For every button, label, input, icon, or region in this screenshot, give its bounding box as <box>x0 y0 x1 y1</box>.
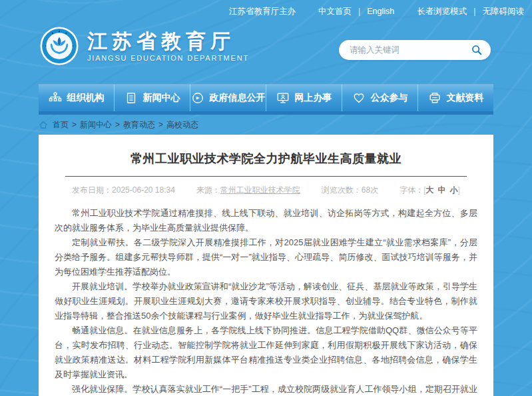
nav-label: 政府信息公开 <box>210 92 266 104</box>
org-chart-icon <box>49 91 62 105</box>
info-disclosure-icon <box>191 91 204 105</box>
english-link[interactable]: English <box>367 7 394 16</box>
nav-item-organization[interactable]: 组织机构 <box>39 85 114 111</box>
heart-icon <box>352 91 366 105</box>
font-large-button[interactable]: 大 <box>426 185 434 196</box>
nav-label: 组织机构 <box>67 92 105 104</box>
elder-mode-link[interactable]: 长者浏览模式 <box>417 6 467 17</box>
top-utility-bar: 江苏省教育厅主办 中文首页 | English 长者浏览模式 | 无障碍阅读 <box>0 0 532 23</box>
publish-date: 发布日期：2025-06-20 18:34 <box>72 185 175 196</box>
font-size-control: 字体：[大中小] <box>399 185 460 196</box>
breadcrumb-education-news[interactable]: 教育动态 <box>123 119 155 131</box>
chinese-home-link[interactable]: 中文首页 <box>318 6 352 17</box>
breadcrumb-news-center[interactable]: 新闻中心 <box>80 119 112 131</box>
site-subtitle: JIANGSU EDUCATION DEPARTMENT <box>87 54 249 62</box>
page: 江苏省教育厅主办 中文首页 | English 长者浏览模式 | 无障碍阅读 <box>0 0 532 396</box>
news-doc-icon <box>125 91 138 105</box>
view-count: 浏览次数：68次 <box>322 185 378 196</box>
source-link[interactable]: 常州工业职业技术学院 <box>220 185 300 195</box>
online-service-monitor-icon <box>276 91 290 105</box>
site-header: 江苏省教育厅 JIANGSU EDUCATION DEPARTMENT <box>0 23 532 84</box>
article-paragraph: 开展就业培训。学校举办就业政策宣讲和“就业沙龙”等活动，解读创业、征兵、基层就业… <box>55 279 477 323</box>
archive-printer-icon <box>428 91 441 105</box>
breadcrumb-separator: > <box>158 120 163 129</box>
nav-item-info-disclosure[interactable]: 政府信息公开 <box>190 85 266 111</box>
nav-label: 网上办事 <box>295 92 332 104</box>
nav-item-documents[interactable]: 文献资料 <box>417 85 493 111</box>
site-brand[interactable]: 江苏省教育厅 JIANGSU EDUCATION DEPARTMENT <box>40 27 249 65</box>
site-title: 江苏省教育厅 <box>87 30 249 52</box>
breadcrumb-university-news[interactable]: 高校动态 <box>166 119 198 131</box>
primary-nav: 组织机构 新闻中心 政府信息公开 <box>39 84 493 115</box>
article-paragraph: 定制就业帮扶。各二级学院深入开展精准摸排工作，对2025届就业困难学生建立“就业… <box>55 235 477 279</box>
title-divider <box>65 176 467 177</box>
nav-item-online-services[interactable]: 网上办事 <box>266 85 342 111</box>
search-box <box>339 40 491 60</box>
jiangsu-education-emblem-icon <box>40 27 79 65</box>
site-title-block: 江苏省教育厅 JIANGSU EDUCATION DEPARTMENT <box>87 30 249 62</box>
breadcrumb-separator: > <box>72 120 77 129</box>
font-small-button[interactable]: 小 <box>450 185 458 196</box>
nav-label: 新闻中心 <box>143 92 180 104</box>
article-paragraph: 常州工业职业技术学院通过精准摸排、线上线下联动、就业培训、访企拓岗等方式，构建起… <box>55 206 477 235</box>
search-input[interactable] <box>348 45 469 55</box>
separator: | <box>473 7 475 16</box>
accessibility-link[interactable]: 无障碍阅读 <box>483 6 525 17</box>
source: 来源：常州工业职业技术学院 <box>196 185 300 196</box>
breadcrumb-home[interactable]: 首页 <box>53 119 69 131</box>
article-paragraph: 畅通就业信息。在就业信息服务上，各学院线上线下协同推进。信息工程学院借助QQ群、… <box>55 323 477 382</box>
article-title: 常州工业职业技术学院全力护航毕业生高质量就业 <box>55 151 477 167</box>
breadcrumb: 首页 > 新闻中心 > 教育动态 > 高校动态 <box>39 115 493 135</box>
magnifier-icon <box>471 44 483 56</box>
breadcrumb-separator: > <box>115 120 120 129</box>
nav-label: 公众参与 <box>371 92 408 104</box>
article-card: 常州工业职业技术学院全力护航毕业生高质量就业 发布日期：2025-06-20 1… <box>39 135 493 396</box>
article-meta: 发布日期：2025-06-20 18:34 来源：常州工业职业技术学院 浏览次数… <box>55 185 477 196</box>
font-medium-button[interactable]: 中 <box>438 185 446 196</box>
nav-label: 文献资料 <box>447 92 484 104</box>
nav-item-news-center[interactable]: 新闻中心 <box>114 85 190 111</box>
host-link[interactable]: 江苏省教育厅主办 <box>229 6 296 17</box>
home-icon <box>39 121 48 129</box>
article-body: 常州工业职业技术学院通过精准摸排、线上线下联动、就业培训、访企拓岗等方式，构建起… <box>55 206 477 396</box>
search-button[interactable] <box>469 43 484 57</box>
separator: | <box>358 7 360 16</box>
article-paragraph: 强化就业保障。学校认真落实就业工作“一把手”工程，成立校院两级就业育人工作领导小… <box>55 382 477 396</box>
nav-item-public-participation[interactable]: 公众参与 <box>342 85 417 111</box>
